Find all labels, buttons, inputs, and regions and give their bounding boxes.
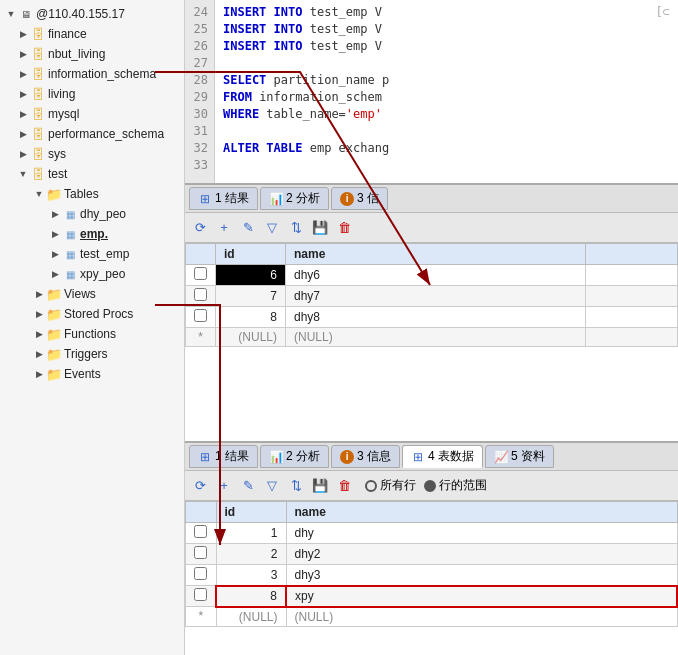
id-cell-8: 8 — [216, 307, 286, 328]
expander-views[interactable]: ▶ — [32, 287, 46, 301]
row-checkbox[interactable] — [194, 309, 207, 322]
checkbox-cell-lower-xpy[interactable] — [186, 586, 217, 607]
resource-icon-lower-tab: 📈 — [494, 450, 508, 464]
table-row[interactable]: 7 dhy7 — [186, 286, 678, 307]
expander-sys[interactable]: ▶ — [16, 147, 30, 161]
sql-editor[interactable]: 24 25 26 27 28 29 30 31 32 33 INSERT INT… — [185, 0, 678, 185]
table-row[interactable]: 6 dhy6 — [186, 265, 678, 286]
tab-lower-analyze2[interactable]: 📊 2 分析 — [260, 445, 329, 468]
tab-analyze2[interactable]: 📊 2 分析 — [260, 187, 329, 210]
sql-line-29: FROM information_schem — [223, 89, 670, 106]
tab-lower-resource5[interactable]: 📈 5 资料 — [485, 445, 554, 468]
expander-info[interactable]: ▶ — [16, 67, 30, 81]
expander-test-emp[interactable]: ▶ — [48, 247, 62, 261]
table-row[interactable]: 3 dhy3 — [186, 565, 678, 586]
expander-living[interactable]: ▶ — [16, 87, 30, 101]
sidebar-item-dhy-peo[interactable]: ▶ ▦ dhy_peo — [0, 204, 184, 224]
sidebar-item-finance[interactable]: ▶ 🗄 finance — [0, 24, 184, 44]
toolbar-save-btn[interactable]: 💾 — [309, 217, 331, 239]
radio-all-rows[interactable]: 所有行 — [365, 477, 416, 494]
radio-row-range[interactable]: 行的范围 — [424, 477, 487, 494]
lower-toolbar-filter-btn[interactable]: ▽ — [261, 475, 283, 497]
name-cell-dhy6: dhy6 — [286, 265, 586, 286]
sidebar-item-test-emp[interactable]: ▶ ▦ test_emp — [0, 244, 184, 264]
table-row[interactable]: 2 dhy2 — [186, 544, 678, 565]
sidebar-item-events[interactable]: ▶ 📁 Events — [0, 364, 184, 384]
expander-events[interactable]: ▶ — [32, 367, 46, 381]
sidebar-item-triggers[interactable]: ▶ 📁 Triggers — [0, 344, 184, 364]
toolbar-edit-btn[interactable]: ✎ — [237, 217, 259, 239]
checkbox-cell-lower-null[interactable]: * — [186, 607, 217, 627]
sql-content[interactable]: INSERT INTO test_emp V[⊂ INSERT INTO tes… — [215, 0, 678, 183]
sidebar-item-emp[interactable]: ▶ ▦ emp. — [0, 224, 184, 244]
checkbox-cell-null[interactable]: * — [186, 328, 216, 347]
expander-icon[interactable]: ▼ — [4, 7, 18, 21]
checkbox-cell-lower[interactable] — [186, 565, 217, 586]
sidebar-item-tables[interactable]: ▼ 📁 Tables — [0, 184, 184, 204]
expander-dhy-peo[interactable]: ▶ — [48, 207, 62, 221]
lower-toolbar-save-btn[interactable]: 💾 — [309, 475, 331, 497]
sidebar-item-mysql[interactable]: ▶ 🗄 mysql — [0, 104, 184, 124]
row-checkbox-lower[interactable] — [194, 567, 207, 580]
expander-finance[interactable]: ▶ — [16, 27, 30, 41]
expander-mysql[interactable]: ▶ — [16, 107, 30, 121]
toolbar-filter-btn[interactable]: ▽ — [261, 217, 283, 239]
tab-lower-tabledata4[interactable]: ⊞ 4 表数据 — [402, 445, 483, 468]
sidebar-server[interactable]: ▼ 🖥 @110.40.155.17 — [0, 4, 184, 24]
expander-perf[interactable]: ▶ — [16, 127, 30, 141]
expander-triggers[interactable]: ▶ — [32, 347, 46, 361]
toolbar-sort-btn[interactable]: ⇅ — [285, 217, 307, 239]
table-row[interactable]: 1 dhy — [186, 523, 678, 544]
lower-toolbar-refresh-btn[interactable]: ⟳ — [189, 475, 211, 497]
sidebar-item-stored-procs[interactable]: ▶ 📁 Stored Procs — [0, 304, 184, 324]
table-row[interactable]: 8 dhy8 — [186, 307, 678, 328]
row-checkbox-lower[interactable] — [194, 525, 207, 538]
row-checkbox[interactable] — [194, 288, 207, 301]
table-row-highlighted[interactable]: 8 xpy — [186, 586, 678, 607]
toolbar-add-btn[interactable]: + — [213, 217, 235, 239]
toolbar-refresh-btn[interactable]: ⟳ — [189, 217, 211, 239]
checkbox-cell[interactable] — [186, 307, 216, 328]
sidebar-item-views[interactable]: ▶ 📁 Views — [0, 284, 184, 304]
lower-toolbar-edit-btn[interactable]: ✎ — [237, 475, 259, 497]
tab-label-result1: 1 结果 — [215, 190, 249, 207]
checkbox-cell-lower[interactable] — [186, 523, 217, 544]
col-header-name-upper: name — [286, 244, 586, 265]
table-row-null[interactable]: * (NULL) (NULL) — [186, 328, 678, 347]
lower-toolbar-sort-btn[interactable]: ⇅ — [285, 475, 307, 497]
toolbar-delete-btn[interactable]: 🗑 — [333, 217, 355, 239]
expander-functions[interactable]: ▶ — [32, 327, 46, 341]
folder-icon-triggers: 📁 — [46, 346, 62, 362]
sidebar-item-sys[interactable]: ▶ 🗄 sys — [0, 144, 184, 164]
expander-emp[interactable]: ▶ — [48, 227, 62, 241]
sidebar-item-living[interactable]: ▶ 🗄 living — [0, 84, 184, 104]
checkbox-cell[interactable] — [186, 286, 216, 307]
row-checkbox-lower-xpy[interactable] — [194, 588, 207, 601]
tab-lower-label-analyze2: 2 分析 — [286, 448, 320, 465]
sidebar-item-xpy-peo[interactable]: ▶ ▦ xpy_peo — [0, 264, 184, 284]
expander-stored-procs[interactable]: ▶ — [32, 307, 46, 321]
col-header-checkbox-lower — [186, 502, 217, 523]
tab-result1[interactable]: ⊞ 1 结果 — [189, 187, 258, 210]
checkbox-cell[interactable] — [186, 265, 216, 286]
chart-icon-tab: 📊 — [269, 192, 283, 206]
expander-tables[interactable]: ▼ — [32, 187, 46, 201]
checkbox-cell-lower[interactable] — [186, 544, 217, 565]
sidebar-item-functions[interactable]: ▶ 📁 Functions — [0, 324, 184, 344]
table-row-null-lower[interactable]: * (NULL) (NULL) — [186, 607, 678, 627]
sidebar-item-test[interactable]: ▼ 🗄 test — [0, 164, 184, 184]
lower-toolbar-delete-btn[interactable]: 🗑 — [333, 475, 355, 497]
row-checkbox-lower[interactable] — [194, 546, 207, 559]
expander-test[interactable]: ▼ — [16, 167, 30, 181]
expander-xpy-peo[interactable]: ▶ — [48, 267, 62, 281]
tab-lower-info3[interactable]: i 3 信息 — [331, 445, 400, 468]
lower-toolbar-add-btn[interactable]: + — [213, 475, 235, 497]
sidebar-item-perf[interactable]: ▶ 🗄 performance_schema — [0, 124, 184, 144]
sidebar-item-nbut-living[interactable]: ▶ 🗄 nbut_living — [0, 44, 184, 64]
sidebar-item-info-schema[interactable]: ▶ 🗄 information_schema — [0, 64, 184, 84]
db-icon-living: 🗄 — [30, 86, 46, 102]
tab-info3[interactable]: i 3 信 — [331, 187, 388, 210]
tab-lower-result1[interactable]: ⊞ 1 结果 — [189, 445, 258, 468]
row-checkbox[interactable] — [194, 267, 207, 280]
expander-nbut[interactable]: ▶ — [16, 47, 30, 61]
